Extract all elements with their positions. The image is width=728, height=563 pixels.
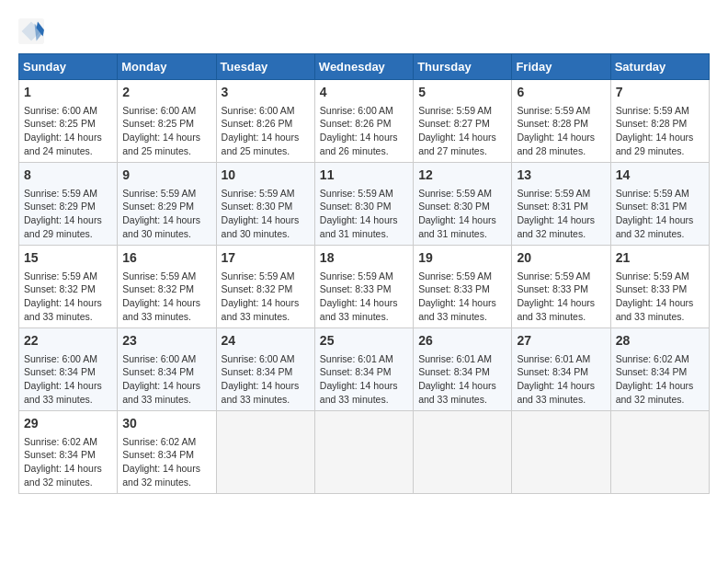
day-info: Sunrise: 6:00 AMSunset: 8:26 PMDaylight:… [222, 104, 310, 158]
day-info: Sunrise: 5:59 AMSunset: 8:29 PMDaylight:… [24, 187, 112, 241]
calendar-cell [314, 411, 413, 494]
day-info: Sunrise: 6:00 AMSunset: 8:26 PMDaylight:… [320, 104, 408, 158]
day-info: Sunrise: 5:59 AMSunset: 8:33 PMDaylight:… [517, 270, 605, 324]
calendar-cell: 8Sunrise: 5:59 AMSunset: 8:29 PMDaylight… [19, 163, 118, 246]
calendar-cell [216, 411, 314, 494]
day-number: 7 [616, 84, 704, 102]
calendar-cell: 15Sunrise: 5:59 AMSunset: 8:32 PMDayligh… [19, 246, 118, 328]
calendar-cell: 27Sunrise: 6:01 AMSunset: 8:34 PMDayligh… [512, 328, 610, 411]
day-number: 21 [616, 249, 704, 268]
day-info: Sunrise: 6:02 AMSunset: 8:34 PMDaylight:… [24, 435, 112, 489]
calendar-cell: 19Sunrise: 5:59 AMSunset: 8:33 PMDayligh… [414, 246, 512, 328]
logo-icon [18, 18, 44, 44]
calendar-cell: 29Sunrise: 6:02 AMSunset: 8:34 PMDayligh… [19, 411, 118, 494]
day-info: Sunrise: 6:00 AMSunset: 8:34 PMDaylight:… [222, 352, 310, 407]
logo [18, 18, 46, 44]
day-number: 8 [24, 167, 112, 185]
day-number: 22 [24, 332, 112, 350]
day-info: Sunrise: 5:59 AMSunset: 8:33 PMDaylight:… [320, 270, 408, 324]
calendar-cell: 16Sunrise: 5:59 AMSunset: 8:32 PMDayligh… [118, 246, 216, 328]
day-number: 20 [517, 249, 605, 268]
day-number: 24 [222, 332, 310, 350]
weekday-header-thursday: Thursday [414, 54, 512, 80]
day-number: 30 [122, 415, 210, 433]
calendar-cell: 22Sunrise: 6:00 AMSunset: 8:34 PMDayligh… [19, 328, 118, 411]
day-info: Sunrise: 5:59 AMSunset: 8:32 PMDaylight:… [24, 270, 112, 324]
calendar-cell: 18Sunrise: 5:59 AMSunset: 8:33 PMDayligh… [314, 246, 413, 328]
day-info: Sunrise: 5:59 AMSunset: 8:28 PMDaylight:… [616, 104, 704, 158]
calendar-cell: 11Sunrise: 5:59 AMSunset: 8:30 PMDayligh… [314, 163, 413, 246]
day-info: Sunrise: 5:59 AMSunset: 8:27 PMDaylight:… [418, 104, 506, 158]
calendar-cell [414, 411, 512, 494]
day-number: 14 [616, 167, 704, 185]
day-number: 1 [24, 84, 112, 102]
calendar-cell [512, 411, 610, 494]
day-info: Sunrise: 5:59 AMSunset: 8:31 PMDaylight:… [616, 187, 704, 241]
calendar-cell: 13Sunrise: 5:59 AMSunset: 8:31 PMDayligh… [512, 163, 610, 246]
day-number: 13 [517, 167, 605, 185]
weekday-header-friday: Friday [512, 54, 610, 80]
calendar-cell: 2Sunrise: 6:00 AMSunset: 8:25 PMDaylight… [118, 80, 216, 163]
day-number: 29 [24, 415, 112, 433]
calendar-cell: 28Sunrise: 6:02 AMSunset: 8:34 PMDayligh… [610, 328, 709, 411]
day-number: 12 [418, 167, 506, 185]
day-number: 26 [418, 332, 506, 350]
calendar-body: 1Sunrise: 6:00 AMSunset: 8:25 PMDaylight… [19, 80, 710, 494]
day-number: 15 [24, 249, 112, 268]
day-number: 3 [222, 84, 310, 102]
day-info: Sunrise: 6:00 AMSunset: 8:25 PMDaylight:… [24, 104, 112, 158]
day-number: 5 [418, 84, 506, 102]
day-number: 18 [320, 249, 408, 268]
day-number: 17 [222, 249, 310, 268]
calendar-week-5: 29Sunrise: 6:02 AMSunset: 8:34 PMDayligh… [19, 411, 710, 494]
day-info: Sunrise: 6:02 AMSunset: 8:34 PMDaylight:… [616, 352, 704, 407]
calendar-week-3: 15Sunrise: 5:59 AMSunset: 8:32 PMDayligh… [19, 246, 710, 328]
day-info: Sunrise: 5:59 AMSunset: 8:33 PMDaylight:… [616, 270, 704, 324]
day-number: 27 [517, 332, 605, 350]
calendar-cell: 10Sunrise: 5:59 AMSunset: 8:30 PMDayligh… [216, 163, 314, 246]
calendar-week-4: 22Sunrise: 6:00 AMSunset: 8:34 PMDayligh… [19, 328, 710, 411]
weekday-header-tuesday: Tuesday [216, 54, 314, 80]
calendar-cell [610, 411, 709, 494]
calendar-cell: 21Sunrise: 5:59 AMSunset: 8:33 PMDayligh… [610, 246, 709, 328]
day-info: Sunrise: 5:59 AMSunset: 8:28 PMDaylight:… [517, 104, 605, 158]
day-info: Sunrise: 5:59 AMSunset: 8:31 PMDaylight:… [517, 187, 605, 241]
weekday-header-monday: Monday [118, 54, 216, 80]
day-info: Sunrise: 6:00 AMSunset: 8:25 PMDaylight:… [122, 104, 210, 158]
day-info: Sunrise: 5:59 AMSunset: 8:30 PMDaylight:… [320, 187, 408, 241]
day-number: 10 [222, 167, 310, 185]
day-number: 19 [418, 249, 506, 268]
day-number: 6 [517, 84, 605, 102]
day-number: 25 [320, 332, 408, 350]
day-info: Sunrise: 5:59 AMSunset: 8:29 PMDaylight:… [122, 187, 210, 241]
calendar-week-2: 8Sunrise: 5:59 AMSunset: 8:29 PMDaylight… [19, 163, 710, 246]
weekday-header-sunday: Sunday [19, 54, 118, 80]
calendar-cell: 7Sunrise: 5:59 AMSunset: 8:28 PMDaylight… [610, 80, 709, 163]
day-number: 4 [320, 84, 408, 102]
day-info: Sunrise: 6:00 AMSunset: 8:34 PMDaylight:… [24, 352, 112, 407]
weekday-header-wednesday: Wednesday [314, 54, 413, 80]
day-info: Sunrise: 5:59 AMSunset: 8:33 PMDaylight:… [418, 270, 506, 324]
calendar-cell: 4Sunrise: 6:00 AMSunset: 8:26 PMDaylight… [314, 80, 413, 163]
day-info: Sunrise: 6:01 AMSunset: 8:34 PMDaylight:… [418, 352, 506, 407]
day-info: Sunrise: 6:01 AMSunset: 8:34 PMDaylight:… [320, 352, 408, 407]
day-info: Sunrise: 5:59 AMSunset: 8:32 PMDaylight:… [222, 270, 310, 324]
calendar-cell: 3Sunrise: 6:00 AMSunset: 8:26 PMDaylight… [216, 80, 314, 163]
calendar-cell: 25Sunrise: 6:01 AMSunset: 8:34 PMDayligh… [314, 328, 413, 411]
calendar-cell: 26Sunrise: 6:01 AMSunset: 8:34 PMDayligh… [414, 328, 512, 411]
day-number: 23 [122, 332, 210, 350]
calendar-cell: 5Sunrise: 5:59 AMSunset: 8:27 PMDaylight… [414, 80, 512, 163]
calendar-cell: 12Sunrise: 5:59 AMSunset: 8:30 PMDayligh… [414, 163, 512, 246]
day-number: 11 [320, 167, 408, 185]
calendar-cell: 20Sunrise: 5:59 AMSunset: 8:33 PMDayligh… [512, 246, 610, 328]
day-number: 9 [122, 167, 210, 185]
day-info: Sunrise: 6:00 AMSunset: 8:34 PMDaylight:… [122, 352, 210, 407]
calendar-week-1: 1Sunrise: 6:00 AMSunset: 8:25 PMDaylight… [19, 80, 710, 163]
day-number: 16 [122, 249, 210, 268]
calendar-cell: 30Sunrise: 6:02 AMSunset: 8:34 PMDayligh… [118, 411, 216, 494]
calendar-cell: 24Sunrise: 6:00 AMSunset: 8:34 PMDayligh… [216, 328, 314, 411]
day-info: Sunrise: 5:59 AMSunset: 8:30 PMDaylight:… [418, 187, 506, 241]
calendar-cell: 6Sunrise: 5:59 AMSunset: 8:28 PMDaylight… [512, 80, 610, 163]
calendar-cell: 14Sunrise: 5:59 AMSunset: 8:31 PMDayligh… [610, 163, 709, 246]
day-info: Sunrise: 5:59 AMSunset: 8:32 PMDaylight:… [122, 270, 210, 324]
